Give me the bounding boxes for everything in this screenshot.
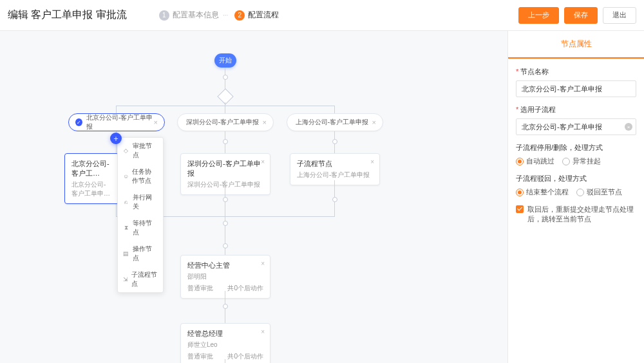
connector-dot[interactable] <box>223 75 228 80</box>
checkbox-icon <box>516 205 524 213</box>
dropdown-item-op[interactable]: ▤操作节点 <box>118 241 163 266</box>
dropdown-item-gateway[interactable]: ⎌并行网关 <box>118 189 163 215</box>
page-title: 编辑 客户工单申报 审批流 <box>8 8 127 22</box>
connector-dot[interactable] <box>223 197 228 202</box>
radio-auto-skip[interactable]: 自动跳过 <box>516 156 554 166</box>
connector-line <box>225 102 225 113</box>
flow-node-card[interactable]: × 深圳分公司-客户工单申报 深圳分公司-客户工单申报 <box>180 153 270 195</box>
label-subflow: 选用子流程 <box>516 105 636 115</box>
connector-dot[interactable] <box>332 139 337 144</box>
connector-dot[interactable] <box>332 197 337 202</box>
step-1[interactable]: 1 配置基本信息 <box>159 10 219 21</box>
radio-dot-icon <box>576 189 584 196</box>
branch-tab[interactable]: 深圳分公司-客户工单申报 × <box>177 113 274 131</box>
save-button[interactable]: 保存 <box>564 7 598 24</box>
connector-line <box>116 106 335 106</box>
op-icon: ▤ <box>123 250 129 257</box>
connector-line <box>225 359 225 363</box>
step-2[interactable]: 2 配置流程 <box>234 10 279 21</box>
close-icon[interactable]: × <box>261 158 265 165</box>
steps: 1 配置基本信息 ··· 2 配置流程 <box>159 10 279 21</box>
flow-node-card[interactable]: × 子流程节点 上海分公司-客户工单申报 <box>290 153 380 185</box>
connector-dot[interactable] <box>223 139 228 144</box>
tab-node-props[interactable]: 节点属性 <box>508 31 644 59</box>
flow-node-card[interactable]: 北京分公司-客户工… 北京分公司-客户工单申… <box>64 153 119 204</box>
add-node-button[interactable]: ＋ <box>110 133 122 144</box>
node-type-dropdown: ◇审批节点 ☺任务协作节点 ⎌并行网关 ⧗等待节点 ▤操作节点 ⇲子流程节点 <box>117 137 164 293</box>
radio-end-flow[interactable]: 结束整个流程 <box>516 187 569 197</box>
radio-dot-icon <box>562 158 570 165</box>
clear-icon[interactable]: × <box>625 123 632 131</box>
start-node[interactable]: 开始 <box>214 53 236 68</box>
close-icon[interactable]: × <box>372 118 376 126</box>
connector-dot[interactable] <box>223 243 228 248</box>
dropdown-item-sub[interactable]: ⇲子流程节点 <box>118 266 163 292</box>
step-number-icon: 2 <box>234 10 245 21</box>
radio-dot-icon <box>516 189 524 196</box>
branch-tab[interactable]: ✓ 北京分公司-客户工单申报 × <box>68 113 165 131</box>
properties-panel: 节点属性 节点名称 选用子流程 × 子流程停用/删除，处理方式 自动跳过 异常挂… <box>507 31 644 363</box>
subflow-icon: ⇲ <box>123 276 128 283</box>
header: 编辑 客户工单申报 审批流 1 配置基本信息 ··· 2 配置流程 上一步 保存… <box>0 0 644 31</box>
check-icon: ✓ <box>75 118 82 126</box>
connector-dot[interactable] <box>223 221 228 226</box>
wait-icon: ⧗ <box>123 225 129 231</box>
dropdown-item-audit[interactable]: ◇审批节点 <box>118 138 163 163</box>
close-icon[interactable]: × <box>261 328 265 335</box>
gateway-diamond[interactable] <box>217 88 233 104</box>
flow-node-card[interactable]: × 经营中心主管 邵明阳 普通审批共0个后动作 <box>180 255 270 299</box>
node-name-input[interactable] <box>516 80 636 97</box>
radio-dot-icon <box>516 158 524 165</box>
radio-exception[interactable]: 异常挂起 <box>562 156 601 166</box>
dropdown-item-wait[interactable]: ⧗等待节点 <box>118 215 163 241</box>
close-icon[interactable]: × <box>370 158 374 165</box>
label-reject-mode: 子流程驳回，处理方式 <box>516 174 636 183</box>
dropdown-item-collab[interactable]: ☺任务协作节点 <box>118 163 163 189</box>
flow-node-card[interactable]: × 经管总经理 师世立Leo 普通审批共0个后动作 <box>180 323 270 363</box>
close-icon[interactable]: × <box>261 260 265 267</box>
audit-icon: ◇ <box>123 147 129 154</box>
step-separator: ··· <box>223 12 228 19</box>
reject-radio-group: 结束整个流程 驳回至节点 <box>516 187 636 197</box>
exit-button[interactable]: 退出 <box>603 7 636 24</box>
collab-icon: ☺ <box>123 173 129 180</box>
checkbox-retrieve[interactable]: 取回后，重新提交处理走节点处理后，跳转至当前节点 <box>516 205 636 224</box>
label-stop-mode: 子流程停用/删除，处理方式 <box>516 143 636 153</box>
stop-radio-group: 自动跳过 异常挂起 <box>516 156 636 166</box>
panel-tabs: 节点属性 <box>508 31 644 59</box>
step-number-icon: 1 <box>159 10 169 21</box>
connector-dot[interactable] <box>223 304 228 309</box>
header-actions: 上一步 保存 退出 <box>518 7 636 24</box>
close-icon[interactable]: × <box>154 118 158 126</box>
close-icon[interactable]: × <box>263 118 267 126</box>
branch-tab[interactable]: 上海分公司-客户工单申报 × <box>287 113 383 131</box>
subflow-select[interactable] <box>516 118 636 135</box>
label-node-name: 节点名称 <box>516 67 636 77</box>
prev-button[interactable]: 上一步 <box>518 7 559 24</box>
gateway-icon: ⎌ <box>123 199 129 205</box>
radio-return-node[interactable]: 驳回至节点 <box>576 187 622 197</box>
flow-canvas[interactable]: 开始 ✓ 北京分公司-客户工单申报 × 深圳分公司-客户工单申报 × 上海分公司… <box>0 31 507 363</box>
